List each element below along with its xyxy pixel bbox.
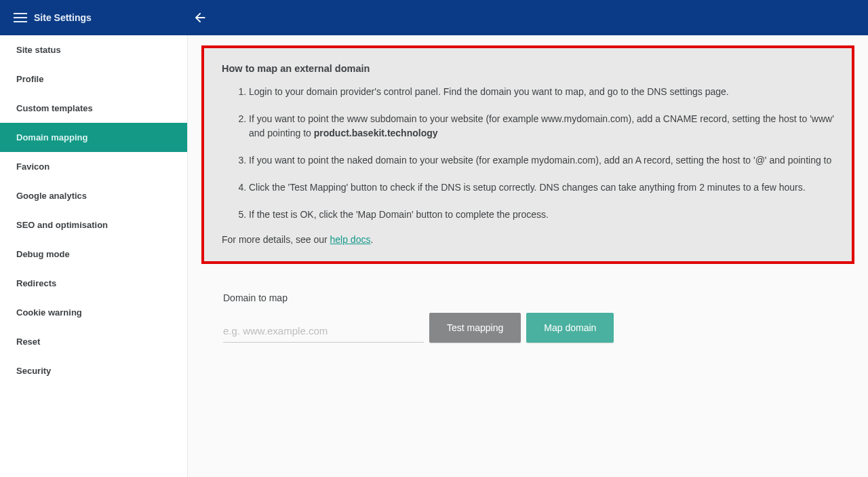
sidebar-item-security[interactable]: Security (0, 356, 187, 385)
sidebar-list: Site status Profile Custom templates Dom… (0, 35, 187, 385)
sidebar-item-reset[interactable]: Reset (0, 327, 187, 356)
page-title: Site Settings (34, 12, 92, 23)
menu-icon[interactable] (8, 5, 33, 30)
sidebar-item-label: Domain mapping (16, 132, 87, 142)
info-step-1: Login to your domain provider's control … (249, 85, 834, 98)
sidebar-item-google-analytics[interactable]: Google analytics (0, 181, 187, 210)
step-text: Login to your domain provider's control … (249, 86, 729, 97)
info-steps: Login to your domain provider's control … (222, 85, 834, 222)
sidebar-item-profile[interactable]: Profile (0, 64, 187, 94)
info-more: For more details, see our help docs. (222, 234, 834, 245)
svg-rect-0 (14, 13, 27, 14)
info-card: How to map an external domain Login to y… (201, 45, 854, 264)
svg-rect-2 (14, 21, 27, 22)
info-step-3: If you want to point the naked domain to… (249, 153, 834, 167)
map-domain-button[interactable]: Map domain (526, 313, 614, 343)
sidebar-item-cookie-warning[interactable]: Cookie warning (0, 298, 187, 327)
domain-field-label: Domain to map (223, 292, 854, 303)
back-arrow-icon[interactable] (188, 5, 212, 30)
svg-rect-1 (14, 17, 27, 18)
sidebar-item-custom-templates[interactable]: Custom templates (0, 94, 187, 123)
domain-input[interactable] (223, 321, 424, 343)
info-heading: How to map an external domain (222, 63, 834, 74)
sidebar-item-label: Profile (16, 74, 43, 84)
info-step-5: If the test is OK, click the 'Map Domain… (249, 208, 834, 221)
sidebar: Site status Profile Custom templates Dom… (0, 35, 188, 477)
main-area: How to map an external domain Login to y… (188, 35, 868, 477)
sidebar-item-redirects[interactable]: Redirects (0, 269, 187, 298)
sidebar-item-label: Google analytics (16, 191, 87, 201)
form-row: Test mapping Map domain (223, 313, 854, 343)
step-text: Click the 'Test Mapping' button to check… (249, 182, 806, 193)
sidebar-item-label: Security (16, 366, 51, 376)
sidebar-item-label: Cookie warning (16, 307, 82, 318)
sidebar-item-domain-mapping[interactable]: Domain mapping (0, 123, 187, 152)
step-strong: product.basekit.technology (314, 128, 438, 138)
sidebar-item-label: Reset (16, 337, 40, 347)
info-step-2: If you want to point the www subdomain t… (249, 112, 834, 140)
sidebar-item-label: SEO and optimisation (16, 220, 108, 230)
sidebar-item-label: Debug mode (16, 249, 70, 259)
domain-form: Domain to map Test mapping Map domain (201, 271, 854, 397)
help-docs-link[interactable]: help docs (330, 234, 371, 245)
sidebar-item-label: Custom templates (16, 103, 93, 113)
sidebar-item-seo-and-optimisation[interactable]: SEO and optimisation (0, 210, 187, 240)
more-prefix: For more details, see our (222, 234, 330, 245)
sidebar-item-debug-mode[interactable]: Debug mode (0, 240, 187, 269)
topbar: Site Settings (0, 0, 868, 35)
info-step-4: Click the 'Test Mapping' button to check… (249, 180, 834, 194)
step-text: If the test is OK, click the 'Map Domain… (249, 209, 549, 220)
step-text: If you want to point the naked domain to… (249, 155, 831, 166)
sidebar-item-label: Site status (16, 45, 61, 55)
sidebar-item-favicon[interactable]: Favicon (0, 152, 187, 181)
more-suffix: . (370, 234, 373, 245)
test-mapping-button[interactable]: Test mapping (429, 313, 521, 343)
sidebar-item-site-status[interactable]: Site status (0, 35, 187, 64)
sidebar-item-label: Favicon (16, 161, 50, 172)
sidebar-item-label: Redirects (16, 278, 56, 288)
